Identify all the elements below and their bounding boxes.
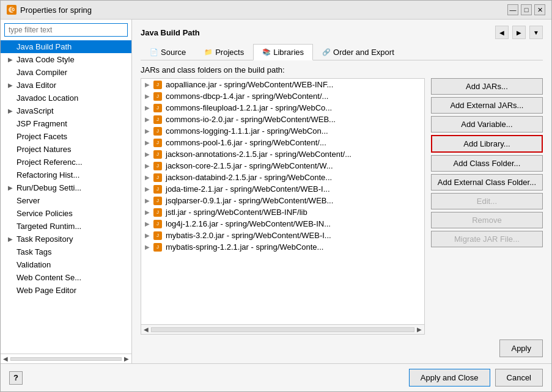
dialog-footer: ? Apply and Close Cancel [1,363,551,391]
edit-button[interactable]: Edit... [431,193,543,209]
list-item[interactable]: ▶ J aopalliance.jar - spring/WebContent/… [141,79,424,90]
list-item[interactable]: ▶ J mybatis-spring-1.2.1.jar - spring/We… [141,241,424,253]
jar-label: mybatis-spring-1.2.1.jar - spring/WebCon… [166,242,323,252]
tree-list: Java Build Path ▶ Java Code Style Java C… [1,40,131,354]
sidebar-item-javascript[interactable]: ▶ JavaScript [1,104,131,117]
list-item[interactable]: ▶ J commons-dbcp-1.4.jar - spring/WebCon… [141,90,424,102]
tab-libraries[interactable]: 📚 Libraries [253,44,313,60]
tab-projects[interactable]: 📁 Projects [195,44,253,60]
tree-item-label: Project Natures [17,145,72,154]
tab-order-export[interactable]: 🔗 Order and Export [313,44,403,60]
tree-arrow: ▶ [8,184,14,191]
remove-button[interactable]: Remove [431,212,543,228]
sidebar-item-task-tags[interactable]: Task Tags [1,245,131,258]
scroll-right-arrow[interactable]: ▶ [124,355,129,362]
sidebar-item-javadoc-location[interactable]: Javadoc Location [1,92,131,104]
tree-arrow: ▶ [8,82,14,89]
sidebar-item-run-debug[interactable]: ▶ Run/Debug Setti... [1,181,131,194]
jar-expand-arrow: ▶ [145,116,150,123]
filter-input[interactable] [4,23,128,37]
jar-list-wrapper: ▶ J aopalliance.jar - spring/WebContent/… [141,78,425,335]
tree-item-label: Project Referenc... [17,158,83,167]
list-item[interactable]: ▶ J commons-logging-1.1.1.jar - spring/W… [141,125,424,137]
sidebar-item-web-content-settings[interactable]: Web Content Se... [1,271,131,284]
list-item[interactable]: ▶ J jstl.jar - spring/WebContent/WEB-INF… [141,206,424,218]
scroll-left-arrow[interactable]: ◀ [3,355,8,362]
jar-label: jackson-core-2.1.5.jar - spring/WebConte… [166,161,333,170]
tree-item-label: Refactoring Hist... [17,170,79,180]
add-variable-button[interactable]: Add Variable... [431,116,543,132]
list-item[interactable]: ▶ J commons-pool-1.6.jar - spring/WebCon… [141,137,424,148]
list-item[interactable]: ▶ J commons-io-2.0.jar - spring/WebConte… [141,114,424,125]
tree-item-label: JavaScript [17,106,54,115]
tab-order-label: Order and Export [333,48,394,57]
close-button[interactable]: ✕ [534,4,545,15]
horizontal-scrollbar[interactable] [10,357,122,361]
list-item[interactable]: ▶ J commons-fileupload-1.2.1.jar - sprin… [141,102,424,114]
scroll-left-btn[interactable]: ◀ [144,326,149,333]
jar-icon: J [153,197,162,205]
sidebar-item-task-repository[interactable]: ▶ Task Repository [1,233,131,245]
jar-icon: J [153,162,162,170]
list-item[interactable]: ▶ J jsqlparser-0.9.1.jar - spring/WebCon… [141,195,424,206]
help-button[interactable]: ? [9,371,23,385]
sidebar-item-project-facets[interactable]: Project Facets [1,130,131,143]
tab-source[interactable]: 📄 Source [141,44,195,60]
cancel-button[interactable]: Cancel [495,369,543,387]
back-button[interactable]: ◀ [495,26,509,39]
tree-item-label: Java Editor [17,81,56,90]
jar-label: commons-fileupload-1.2.1.jar - spring/We… [166,103,332,112]
jar-list-container: ▶ J aopalliance.jar - spring/WebContent/… [141,78,425,325]
add-external-jars-button[interactable]: Add External JARs... [431,97,543,114]
jar-list[interactable]: ▶ J aopalliance.jar - spring/WebContent/… [141,79,424,324]
order-tab-icon: 🔗 [322,48,331,56]
sidebar-item-java-compiler[interactable]: Java Compiler [1,66,131,79]
sidebar-item-java-code-style[interactable]: ▶ Java Code Style [1,53,131,66]
apply-button[interactable]: Apply [499,339,543,357]
tree-item-label: Java Build Path [17,42,72,51]
right-panel-title: Java Build Path [141,28,200,37]
jar-expand-arrow: ▶ [145,151,150,158]
tree-arrow: ▶ [8,236,14,242]
scroll-right-btn[interactable]: ▶ [417,326,422,333]
list-item[interactable]: ▶ J joda-time-2.1.jar - spring/WebConten… [141,183,424,195]
list-item[interactable]: ▶ J jackson-annotations-2.1.5.jar - spri… [141,148,424,160]
apply-close-button[interactable]: Apply and Close [409,369,490,387]
list-item[interactable]: ▶ J mybatis-3.2.0.jar - spring/WebConten… [141,230,424,241]
jar-icon: J [153,150,162,159]
add-class-folder-button[interactable]: Add Class Folder... [431,155,543,172]
title-bar-controls: — □ ✕ [507,4,545,15]
dropdown-button[interactable]: ▼ [529,26,543,39]
forward-button[interactable]: ▶ [512,26,526,39]
jar-label: commons-logging-1.1.1.jar - spring/WebCo… [166,126,328,136]
sidebar-item-service-policies[interactable]: Service Policies [1,207,131,220]
sidebar-item-targeted-runtimes[interactable]: Targeted Runtim... [1,220,131,233]
sidebar-item-refactoring-history[interactable]: Refactoring Hist... [1,169,131,181]
sidebar-item-server[interactable]: Server [1,194,131,207]
minimize-button[interactable]: — [507,4,518,15]
sidebar-item-project-natures[interactable]: Project Natures [1,143,131,156]
tree-item-label: Web Page Editor [17,286,76,295]
sidebar-item-java-editor[interactable]: ▶ Java Editor [1,79,131,92]
add-library-button[interactable]: Add Library... [431,135,543,153]
sidebar-item-project-references[interactable]: Project Referenc... [1,156,131,169]
sidebar-item-jsp-fragment[interactable]: JSP Fragment [1,117,131,130]
sidebar-item-web-page-editor[interactable]: Web Page Editor [1,284,131,297]
navigation-buttons: ◀ ▶ ▼ [495,26,543,39]
sidebar-item-java-build-path[interactable]: Java Build Path [1,40,131,53]
list-item[interactable]: ▶ J jackson-databind-2.1.5.jar - spring/… [141,172,424,183]
sidebar-item-validation[interactable]: Validation [1,258,131,271]
add-external-class-folder-button[interactable]: Add External Class Folder... [431,174,543,191]
list-item[interactable]: ▶ J log4j-1.2.16.jar - spring/WebContent… [141,218,424,230]
tab-source-label: Source [161,48,186,57]
jar-label: jackson-databind-2.1.5.jar - spring/WebC… [166,173,332,182]
add-jars-button[interactable]: Add JARs... [431,78,543,95]
content-area: JARs and class folders on the build path… [141,65,543,335]
tree-item-label: Task Tags [17,247,52,256]
h-scrollbar-track[interactable] [151,327,414,332]
main-area: ▶ J aopalliance.jar - spring/WebContent/… [141,78,543,335]
maximize-button[interactable]: □ [521,4,532,15]
jar-label: commons-pool-1.6.jar - spring/WebContent… [166,138,326,147]
list-item[interactable]: ▶ J jackson-core-2.1.5.jar - spring/WebC… [141,160,424,172]
migrate-jar-button[interactable]: Migrate JAR File... [431,231,543,247]
